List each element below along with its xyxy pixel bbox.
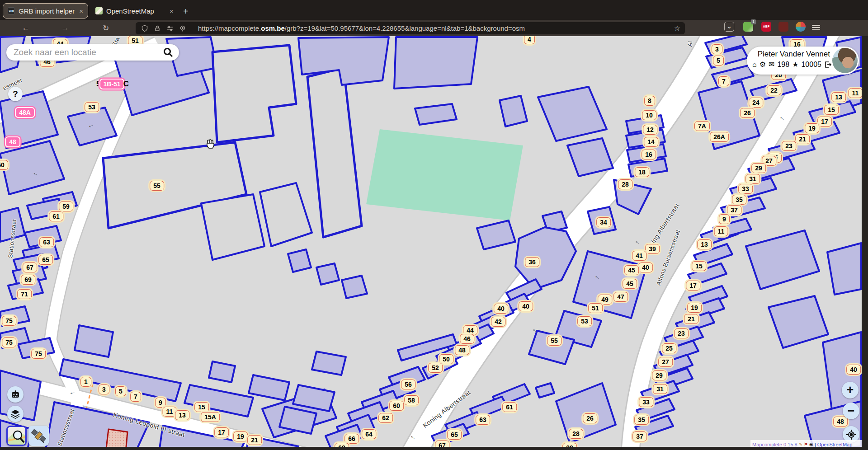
help-button[interactable]: ? (8, 87, 23, 101)
house-number-badge[interactable]: 59 (59, 202, 73, 211)
house-number-badge[interactable]: 53 (85, 102, 99, 112)
house-number-badge[interactable]: 61 (49, 211, 63, 221)
tab-grb-import-helper[interactable]: GRB GRB import helper × (3, 3, 88, 19)
house-number-badge[interactable]: 13 (175, 410, 189, 420)
house-number-badge[interactable]: 58 (404, 395, 419, 405)
house-number-badge[interactable]: 26 (740, 108, 755, 118)
house-number-badge[interactable]: 3 (99, 384, 109, 394)
flag-icon[interactable]: ⚑ (804, 442, 808, 447)
house-number-badge[interactable]: 33 (738, 184, 753, 194)
house-number-badge[interactable]: 9 (155, 398, 166, 408)
house-number-badge[interactable]: 3 (712, 44, 722, 54)
house-number-badge[interactable]: 69 (21, 275, 35, 285)
house-number-badge[interactable]: 10 (642, 110, 656, 120)
house-number-badge[interactable]: 5 (115, 386, 126, 396)
house-number-badge[interactable]: 62 (378, 413, 393, 423)
house-number-badge[interactable]: 18 (635, 167, 649, 177)
house-number-badge[interactable]: 48 (5, 136, 20, 147)
pocket-extension-icon[interactable]: ⌄ (724, 22, 734, 32)
house-number-badge[interactable]: 35 (732, 195, 746, 205)
house-number-badge[interactable]: 22 (767, 85, 781, 95)
house-number-badge[interactable]: 55 (150, 181, 164, 191)
house-number-badge[interactable]: 11 (849, 88, 863, 98)
house-number-badge[interactable]: 65 (447, 430, 462, 440)
edit-icon[interactable]: ✎ (799, 442, 802, 447)
house-number-badge[interactable]: 26 (583, 413, 597, 423)
house-number-badge[interactable]: 71 (17, 289, 32, 299)
house-number-badge[interactable]: 41 (632, 251, 646, 261)
house-number-badge[interactable]: 29 (652, 370, 666, 380)
house-number-badge[interactable]: 8 (644, 96, 655, 106)
house-number-badge[interactable]: 56 (401, 380, 415, 389)
house-number-badge[interactable]: 40 (494, 304, 508, 314)
house-number-badge[interactable]: 48 (833, 417, 848, 427)
house-number-badge[interactable]: 7A (694, 121, 710, 131)
house-number-badge[interactable]: 75 (31, 349, 46, 359)
house-number-badge[interactable]: 29 (751, 163, 766, 173)
house-number-badge[interactable]: 15 (692, 261, 706, 271)
goggles-extension-icon[interactable] (796, 22, 806, 32)
house-number-badge[interactable]: 28 (569, 429, 583, 439)
lock-icon[interactable] (154, 25, 161, 32)
shield-icon[interactable] (141, 25, 148, 32)
house-number-badge[interactable]: 23 (674, 328, 689, 338)
house-number-badge[interactable]: 13 (831, 92, 846, 102)
house-number-badge[interactable]: 45 (624, 265, 639, 275)
house-number-badge[interactable]: 36 (525, 257, 539, 267)
house-number-badge[interactable]: 53 (577, 316, 592, 326)
house-number-badge[interactable]: 23 (782, 141, 796, 151)
house-number-badge[interactable]: 66 (344, 434, 359, 444)
house-number-badge[interactable]: 67 (23, 262, 37, 272)
house-number-badge[interactable]: 34 (596, 217, 611, 227)
house-number-badge[interactable]: 31 (745, 174, 760, 184)
house-number-badge[interactable]: 50 (0, 160, 8, 170)
reload-button[interactable]: ↻ (99, 23, 113, 33)
layers-button[interactable] (7, 406, 24, 422)
house-number-badge[interactable]: 45 (623, 279, 637, 289)
osm-attribution-link[interactable]: OpenStreetMap (817, 442, 853, 447)
new-tab-button[interactable]: + (183, 6, 189, 17)
house-number-badge[interactable]: 7 (130, 392, 141, 402)
house-number-badge[interactable]: 19 (687, 303, 702, 313)
tab-close-icon[interactable]: × (170, 7, 174, 15)
zoom-in-button[interactable]: + (842, 382, 859, 398)
house-number-badge[interactable]: 63 (39, 237, 54, 247)
house-number-badge[interactable]: 17 (817, 117, 832, 127)
house-number-badge[interactable]: 24 (749, 98, 763, 108)
house-number-badge[interactable]: 64 (362, 429, 376, 439)
house-number-badge[interactable]: 37 (727, 205, 741, 215)
house-number-badge[interactable]: 48 (455, 345, 469, 355)
search-bar[interactable] (6, 44, 179, 61)
house-number-badge[interactable]: 61 (502, 402, 517, 412)
robot-assistant-button[interactable] (7, 386, 24, 403)
house-number-badge[interactable]: 17 (686, 281, 700, 291)
menu-icon[interactable] (812, 23, 820, 32)
user-panel[interactable]: Pieter Vander Vennet ⌂ ⚙ ✉ 198 ★ 10005 (747, 47, 859, 75)
forward-button[interactable]: → (58, 23, 72, 33)
house-number-badge[interactable]: 14 (644, 137, 658, 147)
mail-icon[interactable]: ✉ (769, 60, 774, 69)
house-number-badge[interactable]: 40 (519, 301, 533, 311)
zoom-out-button[interactable]: − (843, 403, 859, 419)
house-number-badge[interactable]: 1 (80, 377, 91, 387)
house-number-badge[interactable]: 21 (795, 134, 810, 144)
house-number-badge[interactable]: 26A (710, 132, 729, 142)
house-number-badge[interactable]: 52 (428, 363, 443, 373)
url-bar[interactable]: https://mapcomplete.osm.be/grb?z=19&lat=… (136, 22, 685, 34)
map-viewport[interactable]: esmeerStaStationsstraatStationsstraatKon… (0, 36, 868, 450)
house-number-badge[interactable]: 33 (639, 397, 653, 407)
gear-icon[interactable]: ⚙ (760, 60, 766, 69)
house-number-badge[interactable]: 50 (439, 354, 453, 364)
house-number-badge[interactable]: 75 (2, 338, 16, 347)
search-icon[interactable] (163, 47, 174, 58)
house-number-badge[interactable]: 21 (247, 435, 262, 445)
house-number-badge[interactable]: 31 (653, 384, 667, 394)
house-number-badge[interactable]: 13 (697, 239, 712, 249)
search-input[interactable] (14, 47, 163, 57)
house-number-badge[interactable]: 9 (719, 214, 730, 224)
bookmark-star-icon[interactable]: ☆ (674, 24, 680, 33)
house-number-badge[interactable]: 28 (618, 179, 632, 189)
house-number-badge[interactable]: 15 (194, 402, 209, 412)
house-number-badge[interactable]: 11 (163, 407, 177, 417)
house-number-badge[interactable]: 15 (824, 105, 839, 115)
